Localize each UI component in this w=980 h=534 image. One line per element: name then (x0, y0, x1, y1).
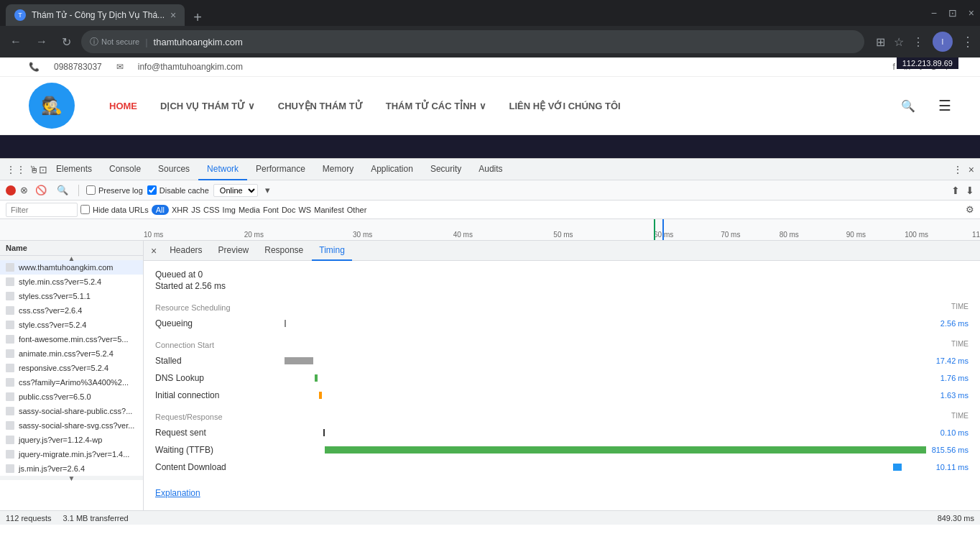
facebook-icon[interactable]: f (893, 62, 895, 72)
file-item-2[interactable]: styles.css?ver=5.1.1 (0, 289, 143, 303)
dns-label: DNS Lookup (155, 373, 285, 383)
file-item-4[interactable]: style.css?ver=5.2.4 (0, 318, 143, 332)
request-sent-label: Request sent (155, 428, 285, 438)
nav-home[interactable]: HOME (109, 101, 137, 111)
new-tab-btn[interactable]: + (188, 9, 208, 26)
refresh-btn[interactable]: ↻ (57, 32, 75, 52)
filter-chip-font[interactable]: Font (263, 206, 279, 214)
stalled-time: 17.42 ms (936, 356, 969, 365)
search-btn[interactable]: 🔍 (54, 183, 71, 197)
file-item-13[interactable]: jquery-migrate.min.js?ver=1.4... (0, 447, 143, 461)
total-time: 849.30 ms (938, 514, 974, 523)
throttle-select[interactable]: Online (213, 184, 258, 197)
panel-tab-headers[interactable]: Headers (162, 241, 209, 261)
main-menu-icon[interactable]: ⋮ (961, 34, 974, 50)
hide-data-urls-label[interactable]: Hide data URLs (80, 205, 149, 214)
minimize-btn[interactable]: − (931, 7, 937, 19)
filter-bar: Hide data URLs All XHR JS CSS Img Media … (0, 201, 980, 219)
preserve-log-label[interactable]: Preserve log (86, 185, 143, 195)
file-icon-2 (6, 292, 14, 300)
tab-memory[interactable]: Memory (314, 159, 362, 180)
devtools-inspect-icon[interactable]: 🖱 (29, 164, 39, 175)
import-btn[interactable]: ⬆ (951, 185, 960, 196)
bookmark-icon[interactable]: ☆ (894, 35, 904, 49)
active-tab[interactable]: T Thám Tử - Công Ty Dịch Vụ Thá... × (6, 4, 185, 26)
throttle-arrow[interactable]: ▾ (262, 183, 273, 197)
menu-icon[interactable]: ⋮ (912, 35, 924, 49)
file-item-12[interactable]: jquery.js?ver=1.12.4-wp (0, 433, 143, 447)
initial-connection-label: Initial connection (155, 390, 285, 400)
devtools-more-icon[interactable]: ⋮ (953, 164, 963, 175)
phone-icon: 📞 (29, 62, 40, 72)
profile-avatar[interactable]: I (933, 32, 953, 52)
hide-data-urls-checkbox[interactable] (80, 205, 90, 214)
content-download-bar (893, 464, 902, 471)
tab-network[interactable]: Network (198, 159, 247, 180)
panel-tab-preview[interactable]: Preview (211, 241, 256, 261)
preserve-log-checkbox[interactable] (86, 185, 96, 195)
filter-chip-media[interactable]: Media (239, 206, 260, 214)
devtools-close-icon[interactable]: × (969, 164, 974, 175)
file-item-7[interactable]: responsive.css?ver=5.2.4 (0, 361, 143, 375)
settings-icon[interactable]: ⚙ (966, 204, 974, 215)
back-btn[interactable]: ← (6, 32, 26, 51)
nav-contact[interactable]: LIÊN HỆ VỚI CHÚNG TÔI (509, 101, 621, 111)
address-input[interactable]: ⓘ Not secure | thamtuhoangkim.com (81, 30, 864, 53)
waiting-bar (325, 446, 926, 454)
tab-console[interactable]: Console (101, 159, 149, 180)
explanation-link[interactable]: Explanation (155, 488, 200, 498)
disable-cache-checkbox[interactable] (147, 185, 157, 195)
record-btn[interactable] (6, 185, 16, 195)
file-item-8[interactable]: css?family=Arimo%3A400%2... (0, 375, 143, 390)
network-content: www.thamtuhoangkim.com Name ▲ www.thamtu… (0, 241, 980, 510)
file-item-1[interactable]: style.min.css?ver=5.2.4 (0, 275, 143, 289)
filter-chip-img[interactable]: Img (223, 206, 236, 214)
panel-tab-response[interactable]: Response (257, 241, 310, 261)
filter-chip-js[interactable]: JS (191, 206, 200, 214)
file-item-10[interactable]: sassy-social-share-public.css?... (0, 404, 143, 418)
tab-performance[interactable]: Performance (247, 159, 314, 180)
tab-application[interactable]: Application (362, 159, 422, 180)
nav-services[interactable]: DỊCH VỤ THÁM TỬ ∨ (160, 101, 255, 111)
tab-elements[interactable]: Elements (47, 159, 101, 180)
filter-chip-doc[interactable]: Doc (282, 206, 296, 214)
tab-audits[interactable]: Audits (470, 159, 511, 180)
search-icon[interactable]: 🔍 (901, 99, 915, 113)
tab-sources[interactable]: Sources (149, 159, 198, 180)
disable-cache-label[interactable]: Disable cache (147, 185, 209, 195)
url-display: thamtuhoangkim.com (154, 37, 243, 47)
tab-close-btn[interactable]: × (170, 9, 176, 21)
filter-chip-manifest[interactable]: Manifest (314, 206, 344, 214)
nav-provinces[interactable]: THÁM TỬ CÁC TỈNH ∨ (386, 101, 486, 111)
file-item-11[interactable]: sassy-social-share-svg.css?ver... (0, 418, 143, 433)
panel-close-btn[interactable]: × (147, 244, 161, 258)
clear-btn[interactable]: 🚫 (32, 183, 50, 197)
forward-btn[interactable]: → (32, 32, 52, 51)
filter-chip-xhr[interactable]: XHR (172, 206, 188, 214)
file-item-5[interactable]: font-awesome.min.css?ver=5... (0, 332, 143, 346)
file-item-0[interactable]: www.thamtuhoangkim.com (0, 260, 143, 275)
devtools-responsive-icon[interactable]: ⊡ (39, 164, 47, 175)
nav-stories[interactable]: CHUYỆN THÁM TỬ (278, 101, 363, 111)
scroll-down-btn[interactable]: ▼ (0, 476, 143, 480)
filter-chip-all[interactable]: All (152, 205, 169, 215)
file-item-9[interactable]: public.css?ver=6.5.0 (0, 390, 143, 404)
tab-security[interactable]: Security (422, 159, 470, 180)
hamburger-icon[interactable]: ☰ (938, 97, 951, 114)
file-name-0: www.thamtuhoangkim.com (19, 263, 113, 272)
filter-chip-other[interactable]: Other (347, 206, 367, 214)
file-item-3[interactable]: css.css?ver=2.6.4 (0, 303, 143, 318)
dns-time: 1.76 ms (940, 374, 969, 382)
export-btn[interactable]: ⬇ (966, 185, 974, 196)
filter-input[interactable] (6, 203, 78, 217)
extensions-icon[interactable]: ⊞ (876, 35, 885, 49)
ruler-tick-0: 10 ms (144, 231, 163, 239)
panel-tab-timing[interactable]: Timing (312, 241, 352, 261)
stop-recording-btn[interactable]: ⊗ (20, 185, 28, 195)
file-icon-1 (6, 277, 14, 286)
maximize-btn[interactable]: ⊡ (948, 7, 957, 19)
file-item-6[interactable]: animate.min.css?ver=5.2.4 (0, 346, 143, 361)
window-close-btn[interactable]: × (969, 7, 974, 19)
filter-chip-css[interactable]: CSS (203, 206, 220, 214)
filter-chip-ws[interactable]: WS (298, 206, 311, 214)
